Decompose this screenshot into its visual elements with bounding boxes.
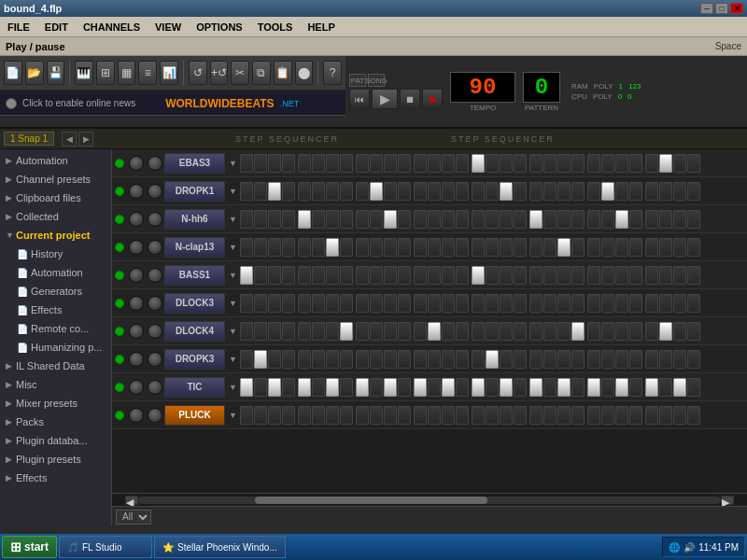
step-btn-3-11[interactable] bbox=[398, 238, 411, 257]
inst-led-5[interactable] bbox=[115, 299, 124, 308]
step-btn-2-29[interactable] bbox=[659, 210, 672, 229]
step-btn-2-23[interactable] bbox=[571, 210, 585, 229]
step-btn-0-26[interactable] bbox=[615, 154, 628, 173]
inst-name-9[interactable]: PLUCK bbox=[164, 405, 225, 426]
step-btn-2-27[interactable] bbox=[629, 210, 642, 229]
step-btn-6-14[interactable] bbox=[442, 322, 455, 341]
step-btn-1-26[interactable] bbox=[615, 182, 628, 201]
step-btn-5-19[interactable] bbox=[514, 294, 527, 313]
step-btn-0-12[interactable] bbox=[414, 154, 427, 173]
inst-knob2-8[interactable] bbox=[148, 380, 162, 395]
step-btn-2-28[interactable] bbox=[645, 210, 658, 229]
menu-tools[interactable]: TOOLS bbox=[254, 20, 297, 35]
step-btn-7-16[interactable] bbox=[472, 350, 485, 369]
inst-led-4[interactable] bbox=[115, 271, 124, 280]
pattern-button[interactable]: ▦ bbox=[118, 61, 136, 85]
inst-name-7[interactable]: DROPK3 bbox=[164, 349, 225, 370]
step-btn-1-11[interactable] bbox=[398, 182, 411, 201]
step-btn-9-12[interactable] bbox=[414, 406, 427, 425]
step-btn-1-6[interactable] bbox=[326, 182, 339, 201]
step-btn-3-10[interactable] bbox=[384, 238, 397, 257]
step-btn-2-20[interactable] bbox=[529, 210, 543, 229]
step-btn-6-5[interactable] bbox=[312, 322, 325, 341]
inst-knob1-2[interactable] bbox=[129, 212, 144, 227]
graph-button[interactable]: 📊 bbox=[160, 61, 178, 85]
step-btn-0-20[interactable] bbox=[529, 154, 543, 173]
step-btn-7-2[interactable] bbox=[268, 350, 281, 369]
step-btn-8-30[interactable] bbox=[673, 378, 686, 397]
sidebar-item-current-project[interactable]: ▼ Current project bbox=[0, 226, 111, 245]
paste-button[interactable]: 📋 bbox=[274, 61, 292, 85]
step-btn-7-26[interactable] bbox=[615, 350, 628, 369]
step-btn-4-19[interactable] bbox=[514, 266, 527, 285]
sidebar-item-shared-data[interactable]: ▶ IL Shared Data bbox=[0, 357, 111, 375]
step-btn-6-16[interactable] bbox=[472, 322, 485, 341]
step-btn-8-19[interactable] bbox=[514, 378, 527, 397]
step-btn-5-14[interactable] bbox=[442, 294, 455, 313]
step-btn-8-29[interactable] bbox=[659, 378, 672, 397]
record-button[interactable]: ⬤ bbox=[295, 61, 314, 85]
step-btn-1-3[interactable] bbox=[282, 182, 295, 201]
step-btn-0-25[interactable] bbox=[601, 154, 614, 173]
step-btn-7-1[interactable] bbox=[254, 350, 267, 369]
step-btn-5-29[interactable] bbox=[659, 294, 672, 313]
step-btn-9-30[interactable] bbox=[673, 406, 686, 425]
step-btn-9-19[interactable] bbox=[514, 406, 527, 425]
step-btn-1-5[interactable] bbox=[312, 182, 325, 201]
step-btn-7-24[interactable] bbox=[587, 350, 600, 369]
step-btn-9-5[interactable] bbox=[312, 406, 325, 425]
inst-knob1-3[interactable] bbox=[129, 240, 144, 255]
step-btn-2-26[interactable] bbox=[615, 210, 628, 229]
inst-led-3[interactable] bbox=[115, 243, 124, 252]
step-btn-6-26[interactable] bbox=[615, 322, 628, 341]
inst-name-3[interactable]: N-clap13 bbox=[164, 237, 225, 258]
step-btn-4-31[interactable] bbox=[687, 266, 700, 285]
copy-button[interactable]: ⧉ bbox=[252, 61, 271, 85]
menu-edit[interactable]: EDIT bbox=[41, 20, 72, 35]
step-btn-2-18[interactable] bbox=[500, 210, 513, 229]
step-btn-5-17[interactable] bbox=[486, 294, 499, 313]
mixer-button[interactable]: ⊞ bbox=[96, 61, 115, 85]
step-btn-5-13[interactable] bbox=[428, 294, 441, 313]
step-btn-8-26[interactable] bbox=[615, 378, 628, 397]
step-btn-6-19[interactable] bbox=[514, 322, 527, 341]
step-btn-6-4[interactable] bbox=[298, 322, 311, 341]
inst-name-8[interactable]: TIC bbox=[164, 377, 225, 398]
step-btn-7-25[interactable] bbox=[601, 350, 614, 369]
inst-knob2-9[interactable] bbox=[148, 408, 162, 423]
step-btn-1-2[interactable] bbox=[268, 182, 281, 201]
step-btn-9-4[interactable] bbox=[298, 406, 311, 425]
step-btn-1-31[interactable] bbox=[687, 182, 700, 201]
step-btn-0-0[interactable] bbox=[240, 154, 253, 173]
step-btn-7-11[interactable] bbox=[398, 350, 411, 369]
step-btn-4-17[interactable] bbox=[486, 266, 499, 285]
piano-button[interactable]: 🎹 bbox=[75, 61, 93, 85]
step-btn-3-17[interactable] bbox=[486, 238, 499, 257]
menu-options[interactable]: OPTIONS bbox=[192, 20, 247, 35]
step-btn-7-19[interactable] bbox=[514, 350, 527, 369]
step-btn-6-25[interactable] bbox=[601, 322, 614, 341]
scroll-left[interactable]: ◀ bbox=[125, 496, 138, 505]
step-btn-4-21[interactable] bbox=[543, 266, 557, 285]
snap-next[interactable]: ▶ bbox=[78, 132, 93, 147]
inst-knob2-0[interactable] bbox=[148, 156, 162, 171]
step-btn-3-8[interactable] bbox=[356, 238, 369, 257]
sidebar-item-misc[interactable]: ▶ Misc bbox=[0, 375, 111, 394]
step-btn-8-13[interactable] bbox=[428, 378, 441, 397]
news-text[interactable]: Click to enable online news bbox=[22, 98, 135, 108]
inst-led-0[interactable] bbox=[115, 159, 124, 168]
step-btn-8-27[interactable] bbox=[629, 378, 642, 397]
menu-help[interactable]: HELP bbox=[303, 20, 338, 35]
step-btn-7-21[interactable] bbox=[543, 350, 557, 369]
step-btn-8-2[interactable] bbox=[268, 378, 281, 397]
step-btn-9-26[interactable] bbox=[615, 406, 628, 425]
step-btn-0-29[interactable] bbox=[659, 154, 672, 173]
step-btn-6-22[interactable] bbox=[557, 322, 571, 341]
stop-button[interactable]: ⏹ bbox=[400, 89, 420, 109]
step-btn-4-4[interactable] bbox=[298, 266, 311, 285]
step-btn-2-16[interactable] bbox=[472, 210, 485, 229]
step-btn-3-3[interactable] bbox=[282, 238, 295, 257]
taskbar-stellar[interactable]: ⭐ Stellar Phoenix Windo... bbox=[154, 536, 286, 558]
step-btn-6-10[interactable] bbox=[384, 322, 397, 341]
step-btn-0-3[interactable] bbox=[282, 154, 295, 173]
